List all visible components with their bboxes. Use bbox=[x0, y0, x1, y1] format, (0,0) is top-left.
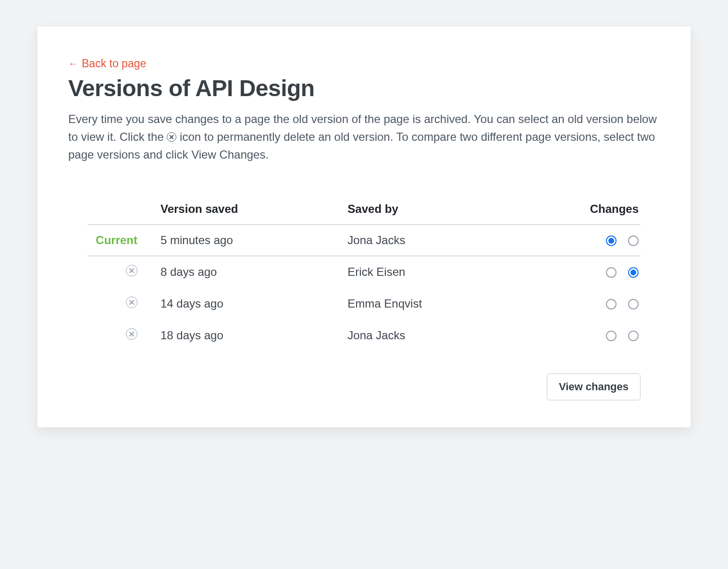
versions-table: Version saved Saved by Changes Current5 … bbox=[87, 194, 641, 351]
changes-cell bbox=[522, 224, 641, 256]
saved-by-cell: Erick Eisen bbox=[342, 256, 522, 288]
versions-panel: ← Back to page Versions of API Design Ev… bbox=[37, 26, 691, 427]
back-to-page-link[interactable]: ← Back to page bbox=[68, 57, 146, 70]
back-link-label: Back to page bbox=[82, 57, 146, 70]
version-saved-cell[interactable]: 8 days ago bbox=[155, 256, 342, 288]
version-saved-cell[interactable]: 14 days ago bbox=[155, 288, 342, 320]
changes-cell bbox=[522, 320, 641, 351]
saved-by-cell: Jona Jacks bbox=[342, 224, 522, 256]
col-header-status bbox=[87, 194, 155, 225]
page-title: Versions of API Design bbox=[68, 75, 660, 101]
saved-by-cell: Emma Enqvist bbox=[342, 288, 522, 320]
version-saved-cell[interactable]: 5 minutes ago bbox=[155, 224, 342, 256]
changes-cell bbox=[522, 256, 641, 288]
delete-version-icon[interactable] bbox=[126, 297, 137, 308]
col-header-changes: Changes bbox=[522, 194, 641, 225]
saved-by-cell: Jona Jacks bbox=[342, 320, 522, 351]
delete-version-icon[interactable] bbox=[126, 265, 137, 276]
compare-radio-a[interactable] bbox=[606, 267, 617, 278]
table-row: 18 days agoJona Jacks bbox=[87, 320, 641, 351]
table-row: 8 days agoErick Eisen bbox=[87, 256, 641, 288]
col-header-version-saved: Version saved bbox=[155, 194, 342, 225]
current-badge: Current bbox=[96, 234, 137, 247]
col-header-saved-by: Saved by bbox=[342, 194, 522, 225]
page-description: Every time you save changes to a page th… bbox=[68, 110, 660, 164]
circle-x-icon bbox=[167, 132, 176, 142]
delete-version-icon[interactable] bbox=[126, 328, 137, 340]
compare-radio-b[interactable] bbox=[628, 235, 639, 246]
compare-radio-a[interactable] bbox=[606, 299, 617, 309]
compare-radio-a[interactable] bbox=[606, 235, 617, 246]
compare-radio-b[interactable] bbox=[628, 299, 639, 309]
compare-radio-b[interactable] bbox=[628, 267, 639, 278]
version-saved-cell[interactable]: 18 days ago bbox=[155, 320, 342, 351]
table-row: Current5 minutes agoJona Jacks bbox=[87, 224, 641, 256]
compare-radio-b[interactable] bbox=[628, 331, 639, 341]
changes-cell bbox=[522, 288, 641, 320]
view-changes-button[interactable]: View changes bbox=[547, 373, 641, 400]
table-row: 14 days agoEmma Enqvist bbox=[87, 288, 641, 320]
arrow-left-icon: ← bbox=[68, 58, 78, 69]
compare-radio-a[interactable] bbox=[606, 331, 617, 341]
